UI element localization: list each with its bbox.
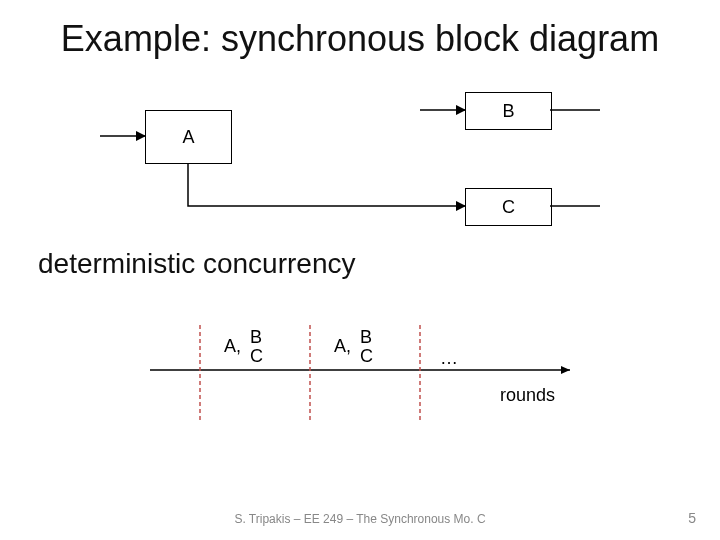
block-a: A <box>145 110 232 164</box>
round2-b: B <box>360 328 372 347</box>
round2-bc: B C <box>360 328 373 366</box>
round1-c: C <box>250 347 263 366</box>
rounds-caption: rounds <box>500 385 555 406</box>
footer: S. Tripakis – EE 249 – The Synchronous M… <box>0 512 720 526</box>
round1-a: A, <box>224 336 241 357</box>
round2-a: A, <box>334 336 351 357</box>
block-c: C <box>465 188 552 226</box>
round1-bc: B C <box>250 328 263 366</box>
slide-title: Example: synchronous block diagram <box>0 18 720 60</box>
subtitle: deterministic concurrency <box>38 248 355 280</box>
page-number: 5 <box>688 510 696 526</box>
block-b: B <box>465 92 552 130</box>
round2-c: C <box>360 347 373 366</box>
slide: Example: synchronous block diagram A B C… <box>0 0 720 540</box>
timeline-ellipsis: … <box>440 348 458 369</box>
round1-b: B <box>250 328 262 347</box>
